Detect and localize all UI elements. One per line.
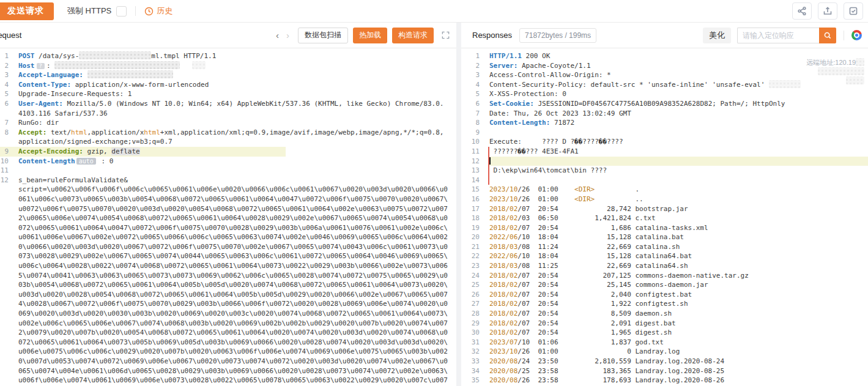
clock-icon [144, 7, 154, 16]
share-button[interactable] [792, 2, 812, 20]
remote-address-label: 远端地址:120.19 [806, 59, 856, 66]
code-line: application/signed-exchange;v=b3;q=0.7 [0, 137, 456, 147]
share-icon [797, 6, 807, 16]
code-line: 5\u0074\u0041\u0063\u0063\u0065\u0073\u0… [0, 271, 456, 281]
code-line: u006c\u0064\u0028\u0022\u0074\u0068\u007… [0, 261, 456, 271]
code-line: 152023/10/26 01:00 <DIR> . [461, 185, 868, 195]
code-line: 342020/08/25 23:58 183,365 Landray.log.2… [461, 366, 868, 376]
code-line: 5Upgrade-Insecure-Requests: 1 [0, 89, 456, 99]
code-line: 5X-XSS-Protection: 0 [461, 89, 868, 99]
main-split: Request ‹ › 数据包扫描 热加载 构造请求 1POST /data/s… [0, 23, 868, 386]
code-line: 10Content-Lengthauto : 0 [0, 157, 456, 166]
code-line: 222022/06/10 18:04 15,128 catalina64.bat [461, 251, 868, 261]
request-editor[interactable]: 1POST /data/sys-ml.tmpl HTTP/1.12Host?: … [0, 48, 456, 386]
code-line: 272018/02/07 20:54 1,922 configtest.sh [461, 299, 868, 309]
force-https-checkbox[interactable] [116, 6, 127, 17]
code-line: 13 D:\ekp\win64\tomcat\bin ???? [461, 166, 868, 176]
code-line: 9 [461, 128, 868, 138]
code-line: 4Content-Type: application/x-www-form-ur… [0, 80, 456, 90]
code-line: 7Date: Thu, 26 Oct 2023 13:02:49 GMT [461, 109, 868, 119]
locate-response-search [737, 28, 836, 43]
code-line: 12s_bean=ruleFormulaValidate& [0, 176, 456, 185]
response-pane: Responses 71872bytes / 199ms 美化 1HTTP/1.… [461, 23, 868, 386]
select-button[interactable] [844, 2, 863, 20]
code-line: 242018/02/07 20:54 207,125 commons-daemo… [461, 271, 868, 281]
response-pane-header: Responses 71872bytes / 199ms 美化 [461, 23, 868, 48]
code-line: 252018/02/07 20:54 25,145 commons-daemon… [461, 280, 868, 290]
search-button[interactable] [819, 28, 836, 43]
response-title: Responses [472, 31, 512, 40]
code-line: 182018/02/03 06:50 1,421,824 c.txt [461, 213, 868, 223]
code-line: 1POST /data/sys-ml.tmpl HTTP/1.1 [0, 51, 456, 61]
code-line: u002e\u006c\u0065\u006e\u0067\u0074\u006… [0, 319, 456, 328]
code-line: 0\u0066\u0020\u003d\u0020\u0067\u0072\u0… [0, 242, 456, 252]
code-line: 292018/02/07 20:54 2,091 digest.bat [461, 319, 868, 328]
hot-reload-button[interactable]: 热加载 [353, 28, 387, 43]
code-line: 3Accept-Language: [0, 70, 456, 80]
code-line: 212018/03/08 11:24 22,669 catalina.sh [461, 242, 868, 252]
pane-splitter[interactable] [456, 23, 461, 386]
history-prev-button[interactable]: ‹ [276, 30, 279, 40]
packet-scan-button[interactable]: 数据包扫描 [298, 28, 348, 43]
select-check-icon [848, 6, 858, 16]
code-line: 4\u0028\u0067\u0072\u006f\u0075\u0070\u0… [0, 299, 456, 309]
code-line: 03b\u0054\u0068\u0072\u0065\u0061\u0064\… [0, 280, 456, 290]
code-line: 302018/02/07 20:54 1,965 digest.sh [461, 328, 868, 338]
history-next-button[interactable]: › [286, 30, 289, 40]
open-in-browser-icon[interactable] [851, 30, 862, 40]
top-toolbar: 发送请求 强制 HTTPS 历史 [0, 0, 868, 23]
code-line: 12 [461, 157, 868, 166]
code-line: script=\u0062\u006f\u006f\u006c\u0065\u0… [0, 185, 456, 195]
history-label: 历史 [157, 6, 172, 17]
code-line: 072\u0065\u0061\u0064\u0073\u005b\u0069\… [0, 338, 456, 347]
code-line: 172018/02/07 20:54 28,742 bootstrap.jar [461, 204, 868, 214]
toolbar-divider [135, 6, 136, 16]
code-line: 7RunGo: dir [0, 118, 456, 128]
code-line: 202022/06/10 18:04 15,128 catalina.bat [461, 232, 868, 242]
code-line: 312023/07/10 01:06 1,837 god.txt [461, 338, 868, 347]
history-button[interactable]: 历史 [144, 6, 172, 17]
code-line: 8Content-Length: 71872 [461, 118, 868, 128]
code-line: 262018/02/07 20:54 2,040 configtest.bat [461, 290, 868, 300]
locate-response-input[interactable] [737, 28, 819, 43]
code-line: 072\u0065\u0061\u0064\u0047\u0072\u006f\… [0, 223, 456, 233]
request-pane-header: Request ‹ › 数据包扫描 热加载 构造请求 [0, 23, 456, 48]
code-line: 0\u007d\u0053\u0074\u0072\u0069\u006e\u0… [0, 357, 456, 366]
code-line: 11 ??????��??? 4E3E-4FA1 [461, 147, 868, 157]
code-line: 352020/08/26 23:58 178,693 Landray.log.2… [461, 376, 868, 385]
code-line: 162023/10/26 01:00 <DIR> .. [461, 195, 868, 204]
code-line: 322023/10/26 01:00 0 Landray.log [461, 347, 868, 357]
code-line: 2Host?: [0, 61, 456, 71]
code-line: 9Accept-Encoding: gzip, deflate [0, 147, 456, 157]
code-line: 232018/03/08 11:25 22,669 catalina64.sh [461, 261, 868, 271]
code-line: 2\u0079\u0020\u007b\u0020\u0054\u0068\u0… [0, 328, 456, 338]
remote-address-overlay: 远端地址:120.19 [806, 58, 864, 86]
code-line: 6User-Agent: Mozilla/5.0 (Windows NT 10.… [0, 99, 456, 109]
code-line: u0072\u006f\u0075\u0070\u0020\u003d\u002… [0, 204, 456, 214]
export-button[interactable] [818, 2, 837, 20]
code-line: u006f\u006e\u0074\u0061\u0069\u006e\u007… [0, 376, 456, 385]
construct-request-button[interactable]: 构造请求 [392, 28, 434, 43]
code-line: 8Accept: text/html,application/xhtml+xml… [0, 128, 456, 138]
code-line: 332020/08/24 23:50 2,810,559 Landray.log… [461, 357, 868, 366]
code-line: u003d\u0020\u0028\u0054\u0068\u0072\u006… [0, 290, 456, 300]
response-editor[interactable]: 1HTTP/1.1 200 OK2Server: Apache-Coyote/1… [461, 48, 868, 386]
request-pane: Request ‹ › 数据包扫描 热加载 构造请求 1POST /data/s… [0, 23, 456, 386]
code-line: 4103.116 Safari/537.36 [0, 109, 456, 119]
code-line: 11 [0, 166, 456, 176]
code-line: 069\u0020\u003d\u0020\u0030\u003b\u0020\… [0, 309, 456, 319]
send-request-button[interactable]: 发送请求 [0, 2, 54, 20]
code-line: 061\u006c\u0073\u0065\u003b\u0054\u0068\… [0, 195, 456, 204]
code-line: 2\u0065\u006e\u0074\u0054\u0068\u0072\u0… [0, 213, 456, 223]
code-line: 10Execute: ???? D ?��????��???? [461, 137, 868, 147]
fullscreen-icon[interactable] [441, 31, 450, 40]
request-title: Request [0, 31, 21, 40]
code-line: u0061\u006e\u0067\u002e\u0072\u0065\u006… [0, 232, 456, 242]
search-icon [823, 31, 832, 40]
code-line: 14 [461, 176, 868, 185]
code-line: 065\u0074\u004e\u0061\u006d\u0065\u0028\… [0, 366, 456, 376]
beautify-button[interactable]: 美化 [703, 28, 731, 43]
code-line: 6Set-Cookie: JSESSIONID=DF04567C47756A10… [461, 99, 868, 109]
force-https-label: 强制 HTTPS [67, 6, 111, 17]
code-line: 073\u0028\u0029\u002e\u0067\u0065\u0074\… [0, 251, 456, 261]
